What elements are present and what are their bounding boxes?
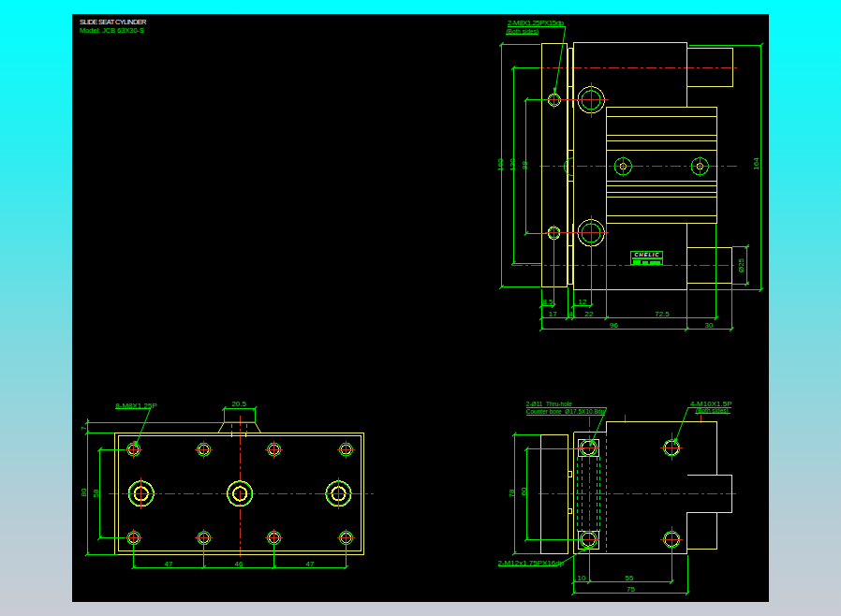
svg-text:60: 60 bbox=[520, 487, 528, 495]
svg-text:8-M8X1.25P: 8-M8X1.25P bbox=[115, 402, 156, 410]
svg-text:22: 22 bbox=[585, 310, 594, 318]
svg-text:2-M8X1.25PX15dp: 2-M8X1.25PX15dp bbox=[508, 19, 565, 27]
svg-text:80: 80 bbox=[80, 488, 88, 496]
svg-text:(Both sides): (Both sides) bbox=[696, 407, 729, 415]
svg-text:55: 55 bbox=[626, 574, 634, 582]
svg-text:72.5: 72.5 bbox=[655, 310, 670, 318]
svg-text:47: 47 bbox=[165, 560, 173, 568]
svg-text:Counter bore Ø17.5X10.8dp: Counter bore Ø17.5X10.8dp bbox=[526, 408, 605, 416]
svg-text:78: 78 bbox=[508, 489, 516, 497]
svg-text:12: 12 bbox=[579, 298, 587, 306]
svg-text:7: 7 bbox=[80, 426, 88, 431]
svg-text:SLIDE SEAT CYLINDER: SLIDE SEAT CYLINDER bbox=[80, 18, 147, 26]
svg-text:46: 46 bbox=[235, 560, 243, 568]
svg-text:30: 30 bbox=[705, 321, 714, 330]
svg-text:Model: JCB 63X30-S: Model: JCB 63X30-S bbox=[80, 26, 144, 35]
svg-text:160: 160 bbox=[496, 158, 505, 171]
svg-text:CHELIC: CHELIC bbox=[635, 252, 660, 257]
svg-text:2-Ø11 Thru-hole: 2-Ø11 Thru-hole bbox=[526, 401, 572, 407]
svg-text:130: 130 bbox=[509, 158, 517, 171]
svg-text:164: 164 bbox=[752, 157, 760, 170]
svg-text:20.5: 20.5 bbox=[231, 400, 246, 408]
svg-text:2-M12x1.75PX16dp: 2-M12x1.75PX16dp bbox=[498, 559, 565, 567]
svg-text:75: 75 bbox=[627, 585, 635, 594]
svg-text:17: 17 bbox=[549, 310, 557, 318]
svg-text:96: 96 bbox=[610, 321, 618, 330]
svg-text:47: 47 bbox=[306, 560, 315, 568]
svg-text:58: 58 bbox=[92, 489, 100, 497]
svg-text:(Both sides): (Both sides) bbox=[506, 28, 539, 36]
svg-text:10: 10 bbox=[577, 574, 585, 582]
svg-text:88: 88 bbox=[521, 161, 529, 169]
svg-text:Ø25: Ø25 bbox=[737, 257, 745, 272]
svg-text:8.5: 8.5 bbox=[542, 298, 553, 306]
